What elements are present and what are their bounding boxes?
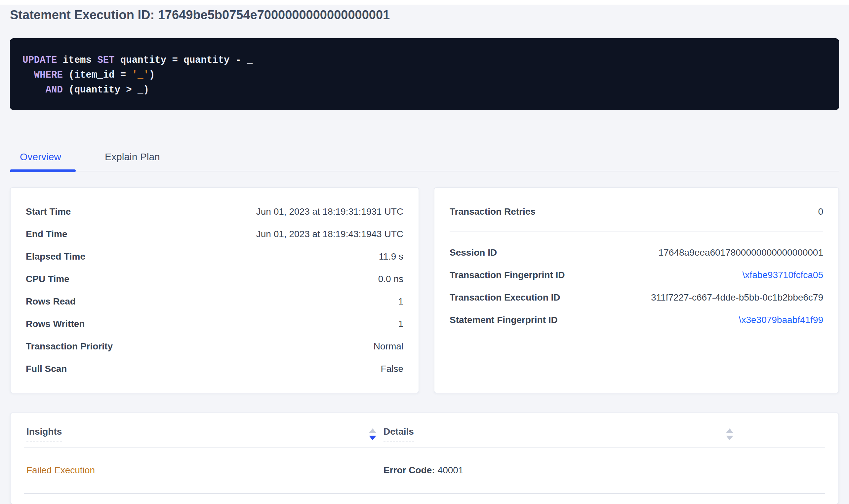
- page-title: Statement Execution ID: 17649be5b0754e70…: [10, 7, 839, 22]
- insights-header-label[interactable]: Insights: [27, 426, 62, 442]
- stat-label: Statement Fingerprint ID: [450, 315, 558, 325]
- sql-string-literal: '_': [132, 70, 149, 80]
- insights-table-row: Failed Execution Error Code:40001: [24, 448, 825, 494]
- transaction-fingerprint-link[interactable]: \xfabe93710fcfca05: [743, 270, 823, 281]
- stat-label: Full Scan: [26, 364, 67, 374]
- sql-text: (quantity > _): [63, 85, 149, 95]
- detail-cell: Error Code:40001: [381, 465, 738, 475]
- stat-label: Transaction Retries: [450, 206, 536, 217]
- stat-value: 0: [818, 206, 823, 217]
- sort-arrows-icon[interactable]: [726, 428, 733, 440]
- sql-keyword: SET: [97, 55, 115, 66]
- sql-text: items: [57, 55, 97, 66]
- column-header-insights: Insights: [24, 426, 381, 442]
- stat-label: CPU Time: [26, 274, 69, 284]
- sql-keyword: UPDATE: [22, 55, 57, 66]
- stat-row-rows-written: Rows Written 1: [26, 313, 403, 335]
- sql-text: quantity = quantity - _: [115, 55, 253, 66]
- sql-text: ): [149, 70, 155, 80]
- stat-row-transaction-priority: Transaction Priority Normal: [26, 335, 403, 358]
- sql-text: (item_id =: [63, 70, 132, 80]
- tab-explain-plan[interactable]: Explain Plan: [90, 151, 175, 171]
- sql-statement-box: UPDATE items SET quantity = quantity - _…: [10, 38, 839, 110]
- tab-bar: Overview Explain Plan: [10, 151, 839, 172]
- sort-desc-icon: [369, 436, 376, 440]
- details-header-label[interactable]: Details: [383, 426, 414, 442]
- sql-keyword: AND: [46, 85, 63, 95]
- execution-stats-card: Start Time Jun 01, 2023 at 18:19:31:1931…: [10, 187, 419, 393]
- insights-table-header-row: Insights Details: [24, 413, 825, 448]
- error-code-label: Error Code:: [383, 465, 435, 475]
- stat-label: Transaction Execution ID: [450, 292, 560, 303]
- stat-value: False: [381, 364, 403, 374]
- statement-fingerprint-link[interactable]: \x3e3079baabf41f99: [739, 315, 823, 325]
- stat-row-end-time: End Time Jun 01, 2023 at 18:19:43:1943 U…: [26, 223, 403, 246]
- stat-label: Session ID: [450, 247, 497, 258]
- tab-overview[interactable]: Overview: [10, 151, 76, 171]
- stat-value: 1: [398, 296, 403, 307]
- page-container: Statement Execution ID: 17649be5b0754e70…: [0, 7, 849, 504]
- stat-value: Jun 01, 2023 at 18:19:31:1931 UTC: [256, 206, 403, 217]
- stat-value: Jun 01, 2023 at 18:19:43:1943 UTC: [256, 229, 403, 239]
- transaction-execution-id-value: 311f7227-c667-4dde-b5bb-0c1b2bbe6c79: [651, 292, 823, 303]
- stat-label: Start Time: [26, 206, 71, 217]
- stat-row-session-id: Session ID 17648a9eea6017800000000000000…: [450, 241, 823, 264]
- stat-row-transaction-execution-id: Transaction Execution ID 311f7227-c667-4…: [450, 286, 823, 309]
- session-id-value: 17648a9eea6017800000000000000001: [659, 247, 823, 258]
- sql-indent: [22, 70, 34, 80]
- sql-line-3: AND (quantity > _): [22, 83, 827, 97]
- stat-value: 1: [398, 319, 403, 329]
- stat-value: 0.0 ns: [378, 274, 403, 284]
- stat-value: Normal: [374, 341, 403, 352]
- insight-cell: Failed Execution: [24, 465, 381, 475]
- insight-type-text: Failed Execution: [27, 465, 95, 475]
- sort-desc-icon: [726, 436, 733, 440]
- stat-row-elapsed-time: Elapsed Time 11.9 s: [26, 246, 403, 268]
- transaction-info-card: Transaction Retries 0 Session ID 17648a9…: [434, 187, 839, 393]
- stat-label: End Time: [26, 229, 67, 239]
- sql-indent: [22, 85, 46, 95]
- stat-row-cpu-time: CPU Time 0.0 ns: [26, 268, 403, 290]
- stat-row-transaction-retries: Transaction Retries 0: [450, 200, 823, 223]
- error-code-value: 40001: [438, 465, 464, 475]
- sql-keyword: WHERE: [34, 70, 63, 80]
- stat-label: Rows Read: [26, 296, 76, 307]
- stat-label: Elapsed Time: [26, 251, 85, 262]
- card-divider: [450, 232, 823, 232]
- stat-label: Transaction Fingerprint ID: [450, 270, 565, 281]
- stat-row-transaction-fingerprint-id: Transaction Fingerprint ID \xfabe93710fc…: [450, 264, 823, 286]
- top-strip: [0, 0, 849, 5]
- stat-row-full-scan: Full Scan False: [26, 358, 403, 380]
- stat-row-rows-read: Rows Read 1: [26, 290, 403, 313]
- sql-line-1: UPDATE items SET quantity = quantity - _: [22, 53, 827, 68]
- sort-arrows-icon[interactable]: [369, 428, 376, 440]
- stat-value: 11.9 s: [379, 251, 403, 262]
- stat-label: Rows Written: [26, 319, 85, 329]
- stat-label: Transaction Priority: [26, 341, 113, 352]
- stat-row-statement-fingerprint-id: Statement Fingerprint ID \x3e3079baabf41…: [450, 309, 823, 331]
- sort-asc-icon: [726, 428, 733, 433]
- sort-asc-icon: [369, 428, 376, 433]
- stat-row-start-time: Start Time Jun 01, 2023 at 18:19:31:1931…: [26, 200, 403, 223]
- summary-cards-row: Start Time Jun 01, 2023 at 18:19:31:1931…: [10, 187, 839, 393]
- sql-line-2: WHERE (item_id = '_'): [22, 68, 827, 83]
- column-header-details: Details: [381, 426, 738, 442]
- insights-table-card: Insights Details Failed Execution Error …: [10, 413, 839, 504]
